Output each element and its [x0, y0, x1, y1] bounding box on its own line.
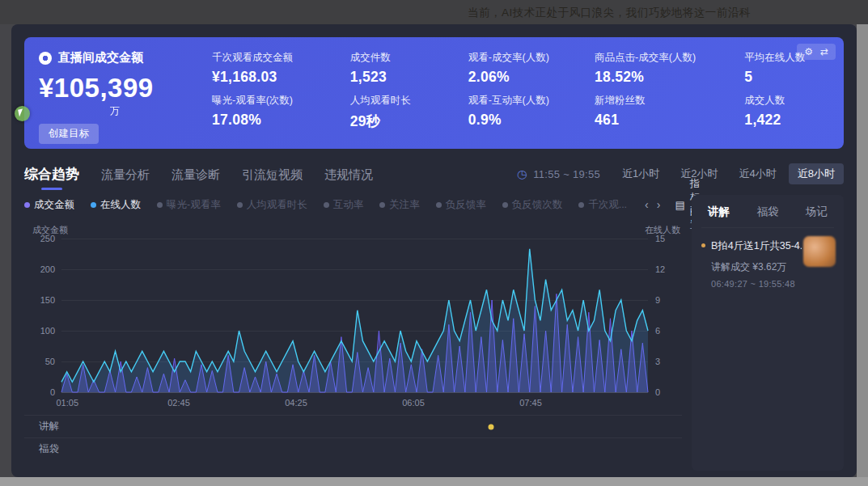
left-tick: 200 — [40, 264, 55, 274]
lane-explain[interactable]: 讲解 — [24, 415, 682, 437]
gmv-value: ¥105,399 — [39, 73, 199, 104]
trend-chart[interactable]: 成交金额 在线人数 250 200 150 100 50 0 15 1 — [24, 222, 682, 415]
chart-plot-area[interactable]: 250 200 150 100 50 0 15 12 9 6 3 0 01:05… — [61, 239, 648, 392]
explain-event-dot[interactable] — [489, 424, 494, 429]
mouse-cursor — [15, 106, 30, 121]
section-tabs: 综合趋势 流量分析 流量诊断 引流短视频 违规情况 — [24, 165, 373, 184]
legend-dot — [436, 202, 442, 208]
gmv-title: 直播间成交金额 — [58, 50, 143, 66]
tab-violations[interactable]: 违规情况 — [324, 167, 373, 183]
side-tab-log[interactable]: 场记 — [806, 205, 828, 219]
gmv-unit: 万 — [110, 104, 199, 118]
time-button-1h[interactable]: 近1小时 — [613, 163, 668, 184]
explain-time-range: 06:49:27 ~ 19:55:48 — [711, 279, 834, 289]
legend-follow[interactable]: 关注率 — [379, 198, 420, 212]
metric-cell: 成交件数1,523 — [350, 51, 462, 94]
kpi-metrics-grid: 千次观看成交金额¥1,168.03 成交件数1,523 观看-成交率(人数)2.… — [199, 48, 829, 138]
page-bottom-margin — [0, 477, 868, 486]
gmv-summary: 直播间成交金额 ¥105,399 万 创建目标 — [39, 48, 199, 138]
target-icon — [39, 52, 52, 65]
chart-series-svg — [61, 239, 648, 392]
legend-negative-count[interactable]: 负反馈次数 — [502, 198, 563, 212]
left-tick: 150 — [40, 295, 55, 305]
metric-cell: 千次观看成交金额¥1,168.03 — [212, 51, 344, 94]
legend-interaction[interactable]: 互动率 — [324, 198, 364, 212]
x-tick: 06:05 — [402, 398, 425, 408]
legend-dot — [379, 202, 385, 208]
time-button-8h[interactable]: 近8小时 — [789, 163, 844, 184]
browser-top-strip: 当前，AI技术正处于风口浪尖，我们巧妙地将这一前沿科 — [0, 0, 868, 24]
metric-cell: 观看-成交率(人数)2.06% — [468, 51, 588, 94]
lane-lucky-bag[interactable]: 福袋 — [24, 437, 682, 460]
tab-traffic-diagnosis[interactable]: 流量诊断 — [171, 167, 220, 183]
time-range-text: 11:55 ~ 19:55 — [533, 168, 600, 180]
metric-cell: 新增粉丝数461 — [595, 94, 738, 137]
create-goal-button[interactable]: 创建目标 — [39, 124, 99, 144]
legend-gmv[interactable]: 成交金额 — [24, 198, 74, 212]
tab-overall-trend[interactable]: 综合趋势 — [24, 165, 79, 184]
legend-online[interactable]: 在线人数 — [91, 198, 141, 212]
product-thumbnail — [803, 236, 836, 267]
config-grid-icon: ▤ — [675, 199, 684, 211]
left-tick: 50 — [45, 357, 55, 366]
metric-cell: 观看-互动率(人数)0.9% — [468, 94, 588, 137]
right-tick: 0 — [655, 387, 660, 397]
metric-cell: 曝光-观看率(次数)17.08% — [212, 94, 344, 137]
clock-icon: ◷ — [517, 167, 527, 180]
page-right-margin — [857, 24, 868, 486]
legend-prev-icon[interactable]: ‹ — [645, 198, 649, 211]
legend-negative-rate[interactable]: 负反馈率 — [436, 198, 486, 212]
tab-traffic-analysis[interactable]: 流量分析 — [101, 167, 150, 183]
legend-dot — [91, 202, 96, 208]
banner-toolbar: ⚙ ⇄ — [797, 44, 836, 60]
kpi-banner: 直播间成交金额 ¥105,399 万 创建目标 千次观看成交金额¥1,168.0… — [24, 37, 844, 149]
left-tick: 250 — [40, 234, 55, 243]
tab-short-video[interactable]: 引流短视频 — [242, 167, 303, 183]
background-note-text: 当前，AI技术正处于风口浪尖，我们巧妙地将这一前沿科 — [468, 6, 751, 20]
side-tab-lucky-bag[interactable]: 福袋 — [757, 205, 779, 219]
metric-cell: 成交人数1,422 — [744, 94, 829, 137]
side-tab-explain[interactable]: 讲解 — [708, 205, 730, 219]
section-header-row: 综合趋势 流量分析 流量诊断 引流短视频 违规情况 ◷ 11:55 ~ 19:5… — [24, 161, 844, 187]
legend-avg-watch[interactable]: 人均观看时长 — [237, 198, 307, 212]
right-tick: 3 — [655, 357, 660, 366]
metric-cell: 商品点击-成交率(人数)18.52% — [595, 51, 738, 94]
right-tick: 6 — [655, 326, 660, 336]
x-tick: 02:45 — [167, 398, 190, 408]
time-button-4h[interactable]: 近4小时 — [730, 163, 785, 184]
product-title: B拍4斤送1斤共35-4... — [711, 239, 802, 253]
x-tick: 01:05 — [56, 398, 78, 408]
live-dashboard-panel: 直播间成交金额 ¥105,399 万 创建目标 千次观看成交金额¥1,168.0… — [11, 24, 857, 477]
lower-content: 成交金额 在线人数 曝光-观看率 人均观看时长 互动率 关注率 负反馈率 负反馈… — [24, 195, 844, 471]
explain-side-panel: 讲解 福袋 场记 B拍4斤送1斤共35-4... 讲解成交 ¥3.62万 06:… — [692, 195, 844, 471]
legend-dot — [237, 202, 243, 208]
legend-dot — [324, 202, 329, 208]
swap-icon[interactable]: ⇄ — [820, 46, 828, 57]
legend-pager: ‹ › — [645, 198, 660, 211]
legend-dot — [578, 202, 584, 208]
metric-legend-row: 成交金额 在线人数 曝光-观看率 人均观看时长 互动率 关注率 负反馈率 负反馈… — [24, 195, 682, 214]
legend-next-icon[interactable]: › — [657, 198, 661, 211]
item-bullet-dot — [701, 243, 705, 247]
side-panel-tabs: 讲解 福袋 场记 — [701, 205, 834, 228]
online-series-fill — [61, 249, 648, 392]
right-tick: 9 — [655, 295, 660, 305]
left-tick: 100 — [40, 326, 55, 336]
legend-per-mille[interactable]: 千次观... — [578, 198, 627, 212]
x-tick: 04:25 — [285, 398, 307, 408]
x-tick: 07:45 — [519, 398, 542, 408]
legend-dot — [157, 202, 163, 208]
legend-exposure-view[interactable]: 曝光-观看率 — [157, 198, 221, 212]
gear-icon[interactable]: ⚙ — [804, 46, 813, 57]
explain-list-item[interactable]: B拍4斤送1斤共35-4... 讲解成交 ¥3.62万 06:49:27 ~ 1… — [701, 239, 834, 289]
legend-dot — [502, 202, 508, 208]
right-tick: 12 — [655, 264, 665, 274]
left-tick: 0 — [50, 387, 55, 397]
trend-column: 成交金额 在线人数 曝光-观看率 人均观看时长 互动率 关注率 负反馈率 负反馈… — [24, 195, 682, 471]
metric-cell: 人均观看时长29秒 — [350, 94, 462, 137]
x-axis-line — [61, 392, 648, 393]
legend-dot — [24, 202, 30, 208]
right-tick: 15 — [655, 234, 665, 243]
